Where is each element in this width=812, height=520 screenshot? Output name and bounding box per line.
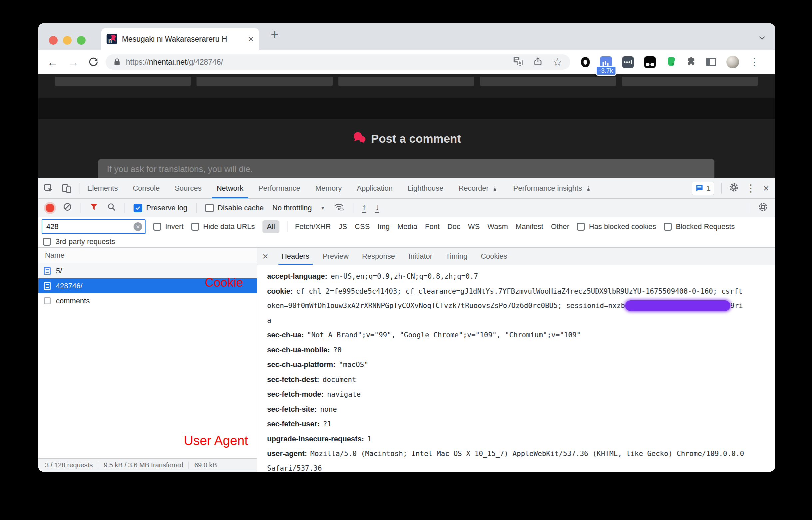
header-sec-fetch-dest: sec-fetch-dest:document <box>267 372 771 387</box>
preserve-log-checkbox[interactable]: Preserve log <box>134 204 188 212</box>
throttling-dropdown[interactable]: No throttling <box>273 204 312 212</box>
chrome-menu-icon[interactable]: ⋮ <box>749 57 759 67</box>
side-panel-icon[interactable] <box>706 58 716 66</box>
tab-performance[interactable]: Performance <box>258 178 301 198</box>
extension-tampermonkey-icon[interactable] <box>644 56 656 68</box>
has-blocked-cookies-checkbox[interactable]: Has blocked cookies <box>577 222 656 231</box>
tab-strip: n Mesugaki ni Wakaraserareru H × + <box>38 23 775 50</box>
filter-chip-img[interactable]: Img <box>377 222 390 231</box>
url-text: https://nhentai.net/g/428746/ <box>126 58 223 67</box>
translate-icon[interactable] <box>513 56 523 68</box>
forward-icon[interactable]: → <box>68 57 79 68</box>
filter-chip-ws[interactable]: WS <box>468 222 480 231</box>
thumbnail-caption-bar <box>480 77 616 86</box>
devtools-menu-icon[interactable]: ⋮ <box>746 183 756 193</box>
tab-memory[interactable]: Memory <box>315 178 342 198</box>
share-icon[interactable] <box>533 57 542 67</box>
blocked-requests-checkbox[interactable]: Blocked Requests <box>664 222 735 231</box>
header-upgrade-insecure-requests: upgrade-insecure-requests:1 <box>267 432 771 447</box>
bookmark-star-icon[interactable]: ☆ <box>553 57 562 67</box>
tab-elements[interactable]: Elements <box>87 178 118 198</box>
devtools-panel: Elements Console Sources Network Perform… <box>38 178 775 472</box>
device-toolbar-icon[interactable] <box>62 183 72 193</box>
search-icon[interactable] <box>107 202 116 213</box>
browser-tab[interactable]: n Mesugaki ni Wakaraserareru H × <box>101 28 259 50</box>
record-button[interactable] <box>46 204 54 212</box>
tab-application[interactable]: Application <box>357 178 393 198</box>
clear-log-icon[interactable] <box>63 202 72 213</box>
header-cookie: cookie:cf_chl_2=fe995cde5c41403; cf_clea… <box>267 284 771 328</box>
tab-search-chevron-icon[interactable] <box>758 33 766 43</box>
filter-funnel-icon[interactable] <box>90 203 98 213</box>
extension-stats-icon[interactable]: -3.7k <box>600 56 612 68</box>
tab-sources[interactable]: Sources <box>174 178 201 198</box>
filter-chip-doc[interactable]: Doc <box>447 222 460 231</box>
network-conditions-icon[interactable] <box>334 202 344 214</box>
import-har-icon[interactable]: ↑ <box>362 203 366 213</box>
tab-timing[interactable]: Timing <box>446 248 467 265</box>
devtools-settings-gear-icon[interactable] <box>729 183 738 194</box>
filter-chip-manifest[interactable]: Manifest <box>515 222 543 231</box>
request-row[interactable]: comments <box>38 293 257 308</box>
close-details-icon[interactable]: × <box>262 251 269 261</box>
filter-chip-js[interactable]: JS <box>338 222 347 231</box>
tab-close-icon[interactable]: × <box>248 34 254 44</box>
macos-minimize-button[interactable] <box>63 36 72 45</box>
reload-icon[interactable] <box>88 57 98 67</box>
filter-chip-fetch[interactable]: Fetch/XHR <box>295 222 331 231</box>
tab-initiator[interactable]: Initiator <box>408 248 432 265</box>
extensions-puzzle-icon[interactable] <box>687 57 696 67</box>
disable-cache-checkbox[interactable]: Disable cache <box>205 204 264 212</box>
tab-lighthouse[interactable]: Lighthouse <box>408 178 444 198</box>
filter-chip-wasm[interactable]: Wasm <box>487 222 508 231</box>
request-details-panel: × Headers Preview Response Initiator Tim… <box>257 248 775 472</box>
comment-textarea[interactable] <box>98 159 715 178</box>
macos-close-button[interactable] <box>49 36 58 45</box>
hide-data-urls-checkbox[interactable]: Hide data URLs <box>191 222 255 231</box>
post-comment-heading: Post a comment <box>38 131 775 146</box>
page-section-divider <box>38 98 775 119</box>
resources-size: 69.0 kB <box>194 461 217 469</box>
extension-o-icon[interactable] <box>581 57 590 67</box>
profile-avatar[interactable] <box>726 56 739 68</box>
filter-chip-other[interactable]: Other <box>551 222 569 231</box>
invert-checkbox[interactable]: Invert <box>153 222 184 231</box>
tab-preview[interactable]: Preview <box>323 248 349 265</box>
url-bar[interactable]: https://nhentai.net/g/428746/ ☆ <box>106 54 570 70</box>
issues-counter[interactable]: 1 <box>692 182 714 195</box>
header-sec-ch-ua-mobile: sec-ch-ua-mobile:?0 <box>267 343 771 358</box>
filter-chip-media[interactable]: Media <box>397 222 417 231</box>
macos-zoom-button[interactable] <box>77 36 86 45</box>
export-har-icon[interactable]: ↓ <box>375 203 380 213</box>
lock-icon[interactable] <box>114 58 120 66</box>
thumbnail-caption-bar <box>622 77 758 86</box>
filter-chip-css[interactable]: CSS <box>355 222 370 231</box>
tab-headers[interactable]: Headers <box>282 248 309 265</box>
tab-performance-insights[interactable]: Performance insights <box>513 178 592 198</box>
filter-input[interactable] <box>46 222 134 231</box>
network-settings-gear-icon[interactable] <box>758 202 768 214</box>
third-party-checkbox[interactable] <box>43 238 51 246</box>
extension-dots-icon[interactable] <box>622 56 634 68</box>
document-icon <box>44 282 51 290</box>
tab-network[interactable]: Network <box>217 178 244 198</box>
name-column-header[interactable]: Name <box>38 248 257 263</box>
clear-filter-icon[interactable]: × <box>134 222 142 231</box>
filter-chip-font[interactable]: Font <box>425 222 440 231</box>
back-icon[interactable]: ← <box>47 57 58 68</box>
tab-console[interactable]: Console <box>133 178 160 198</box>
details-tabbar: × Headers Preview Response Initiator Tim… <box>257 248 775 265</box>
inspect-element-icon[interactable] <box>44 183 54 193</box>
filter-chip-all[interactable]: All <box>262 220 279 233</box>
tab-cookies[interactable]: Cookies <box>481 248 507 265</box>
tab-recorder[interactable]: Recorder <box>458 178 498 198</box>
dropdown-arrow-icon[interactable]: ▼ <box>320 205 325 211</box>
browser-toolbar: ← → https://nhentai.net/g/428746/ ☆ <box>38 50 775 74</box>
screenshot-background: n Mesugaki ni Wakaraserareru H × + ← → <box>0 0 812 520</box>
request-headers-content: accept-language:en-US,en;q=0.9,zh-CN;q=0… <box>257 265 775 472</box>
devtools-close-icon[interactable]: × <box>763 183 769 193</box>
new-tab-button[interactable]: + <box>271 27 278 42</box>
extension-evernote-icon[interactable] <box>666 56 676 68</box>
thumbnail-caption-bar <box>55 77 191 86</box>
tab-response[interactable]: Response <box>362 248 395 265</box>
